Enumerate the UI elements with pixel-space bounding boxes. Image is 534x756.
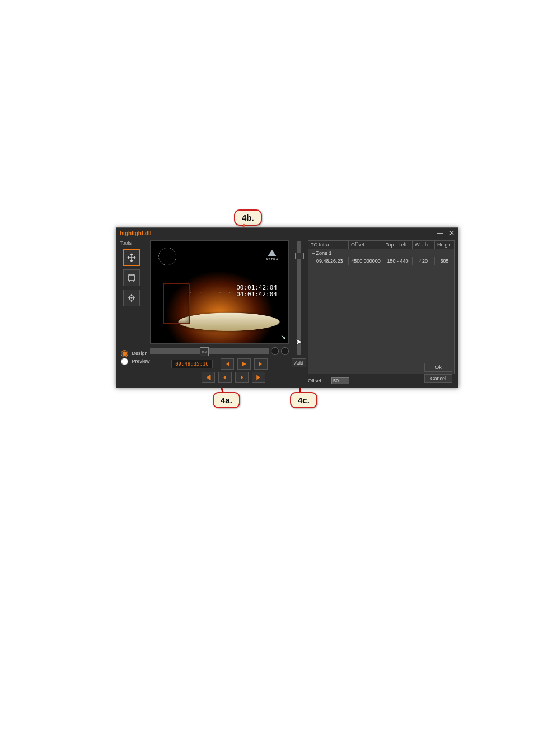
offset-label: Offset : <box>308 378 324 384</box>
play-icon <box>241 361 247 367</box>
minimize-button[interactable]: — <box>437 229 443 237</box>
mouse-cursor-icon: ➤ <box>296 337 302 346</box>
preview-radio[interactable]: Preview <box>121 357 150 365</box>
video-preview[interactable]: ASTRA · · · · · · · · · · 00:01:42:04 04… <box>150 240 289 344</box>
resize-handle-icon[interactable]: ↘ <box>280 333 286 341</box>
scrubber-knob[interactable]: 0.0 <box>200 347 209 356</box>
step-fwd-button[interactable] <box>235 372 249 383</box>
step-marker-a[interactable] <box>271 347 279 355</box>
vertical-slider-knob[interactable] <box>295 253 304 259</box>
svg-rect-0 <box>129 275 134 281</box>
move-icon <box>127 253 136 262</box>
tools-label: Tools <box>120 240 132 246</box>
crop-tool-button[interactable] <box>123 269 140 286</box>
broadcaster-logo-text: ASTRA <box>263 258 282 261</box>
cancel-button[interactable]: Cancel <box>424 374 452 383</box>
center-panel: ASTRA · · · · · · · · · · 00:01:42:04 04… <box>147 238 292 388</box>
overlay-timecode-2: 04:01:42:04 <box>236 291 277 297</box>
offset-input[interactable] <box>331 377 349 384</box>
mode-radio-group: Design Preview <box>121 349 150 365</box>
step-back-icon <box>222 375 228 380</box>
vertical-slider-panel: Add <box>292 238 306 388</box>
cell-height: 505 <box>435 257 454 265</box>
timeline-scrubber[interactable]: 0.0 <box>150 348 269 354</box>
design-radio[interactable]: Design <box>121 349 150 357</box>
dialog-buttons: Ok Cancel <box>424 363 452 383</box>
move-tool-button[interactable] <box>123 249 140 266</box>
col-top-left[interactable]: Top - Left <box>383 241 413 249</box>
goto-start-icon <box>224 361 230 367</box>
highlight-dialog: highlight.dll — ✕ Tools <box>116 227 458 388</box>
close-button[interactable]: ✕ <box>449 229 455 237</box>
broadcaster-logo: ASTRA <box>263 250 282 261</box>
play-button[interactable] <box>237 358 251 370</box>
col-tc-intra[interactable]: TC Intra <box>308 241 349 249</box>
svg-point-2 <box>131 297 132 298</box>
design-radio-input[interactable] <box>121 350 128 357</box>
current-timecode: 09:48:35:16 <box>171 360 213 368</box>
step-marker-b[interactable] <box>281 347 289 355</box>
title-bar: highlight.dll — ✕ <box>116 228 458 238</box>
next-frame-button[interactable] <box>252 372 265 383</box>
add-button[interactable]: Add <box>292 358 306 367</box>
callout-4b: 4b. <box>234 209 262 226</box>
step-fwd-icon <box>239 375 245 380</box>
dialog-title: highlight.dll <box>120 230 152 236</box>
offset-sign: – <box>326 378 329 384</box>
col-height[interactable]: Height <box>435 241 454 249</box>
stamp-icon <box>158 248 176 265</box>
grid-data-row[interactable]: 09:48:26:23 4500.000000 150 - 440 420 50… <box>308 257 454 265</box>
next-frame-icon <box>256 375 261 380</box>
cell-width: 420 <box>413 257 435 265</box>
design-radio-label: Design <box>132 351 148 356</box>
goto-end-icon <box>258 361 264 367</box>
callout-4a: 4a. <box>213 392 240 408</box>
target-icon <box>127 293 136 302</box>
col-offset[interactable]: Offset <box>349 241 383 249</box>
grid-header-row: TC Intra Offset Top - Left Width Height <box>308 241 454 249</box>
preview-radio-input[interactable] <box>121 358 128 365</box>
prev-frame-icon <box>205 375 211 380</box>
ok-button[interactable]: Ok <box>424 363 452 372</box>
cell-offset: 4500.000000 <box>349 257 383 265</box>
target-tool-button[interactable] <box>123 290 140 306</box>
goto-end-button[interactable] <box>254 358 268 370</box>
overlay-timecode: 00:01:42:04 04:01:42:04 <box>236 284 277 297</box>
zone-group-row[interactable]: – Zone 1 <box>308 249 454 257</box>
goto-start-button[interactable] <box>221 358 234 370</box>
prev-frame-button[interactable] <box>202 372 215 383</box>
callout-4c: 4c. <box>290 392 317 408</box>
crop-icon <box>127 273 136 282</box>
preview-radio-label: Preview <box>132 358 150 364</box>
col-width[interactable]: Width <box>413 241 435 249</box>
cell-topleft: 150 - 440 <box>383 257 413 265</box>
cell-tc: 09:48:26:23 <box>308 257 349 265</box>
zones-grid[interactable]: TC Intra Offset Top - Left Width Height … <box>308 240 455 374</box>
step-back-button[interactable] <box>218 372 232 383</box>
